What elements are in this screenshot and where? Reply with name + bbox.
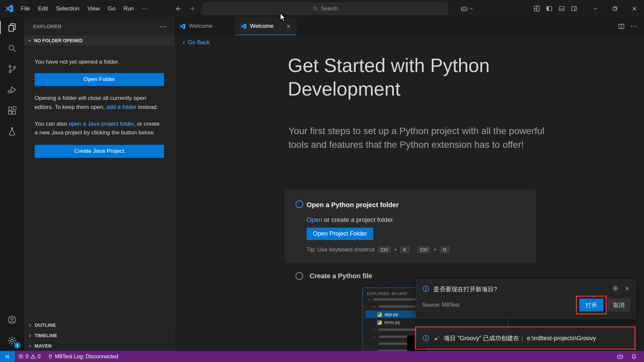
remote-indicator[interactable] (0, 351, 15, 362)
notification-open-project: 是否要现在打开新项目? Source: M8Test 打开 取消 (416, 280, 636, 319)
customize-layout-button[interactable] (531, 3, 543, 14)
editor-more-icon[interactable]: ⋯ (630, 22, 637, 30)
notification-source: Source: M8Test (422, 302, 579, 308)
sidebar-more-icon[interactable]: ⋯ (160, 22, 167, 31)
activity-search[interactable] (0, 38, 24, 59)
keyboard-tip: Tip: Use keyboard shortcut Ctrl+K Ctrl+O (307, 246, 449, 253)
vscode-tab-icon (179, 23, 185, 29)
menu-go[interactable]: Go (104, 0, 119, 17)
menu-run[interactable]: Run (119, 0, 138, 17)
open-java-project-link[interactable]: open a Java project folder (68, 121, 134, 127)
nav-back-button[interactable] (173, 3, 184, 14)
toggle-panel-button[interactable] (555, 3, 568, 14)
illustration-header-label: EXPLORER: MY-APP (367, 292, 407, 296)
sidebar-header: EXPLORER ⋯ (24, 17, 174, 36)
notification-message: 是否要现在打开新项目? (433, 285, 608, 293)
search-placeholder: Search (321, 6, 338, 12)
step1-title: Open a Python project folder (307, 201, 398, 209)
copilot-status-button[interactable] (613, 351, 627, 362)
go-back-link[interactable]: Go Back (181, 39, 210, 46)
warning-count: 0 (38, 354, 41, 360)
restore-button[interactable] (605, 0, 625, 17)
command-center-search[interactable]: Search (202, 3, 448, 14)
activity-extensions[interactable] (0, 100, 24, 121)
tab-label: Welcome (189, 23, 213, 29)
m8test-log-status[interactable]: M8Test Log: Disconnected (44, 351, 122, 362)
source-control-icon (7, 64, 17, 74)
step1-description: Open or create a project folder. (307, 216, 394, 224)
copilot-menu-button[interactable] (460, 3, 474, 14)
sidebar-title: EXPLORER (33, 23, 61, 29)
no-folder-text: You have not yet opened a folder. (35, 58, 164, 67)
menu-view[interactable]: View (84, 0, 104, 17)
section-label: NO FOLDER OPENED (34, 38, 83, 43)
step2-title: Create a Python file (310, 272, 372, 280)
open-button[interactable]: 打开 (579, 299, 603, 311)
bell-icon (631, 353, 637, 360)
add-folder-link[interactable]: add a folder (106, 104, 137, 110)
step1-radio[interactable] (296, 200, 303, 208)
panel-maven[interactable]: MAVEN (24, 341, 174, 351)
settings-badge: 1 (14, 342, 20, 349)
chevron-down-icon (469, 6, 474, 11)
split-editor-button[interactable] (618, 23, 625, 30)
chevron-right-icon (28, 323, 33, 328)
kbd-k: K (400, 246, 409, 253)
step2-radio[interactable] (296, 272, 303, 280)
run-debug-icon (7, 85, 17, 95)
cancel-button[interactable]: 取消 (608, 299, 630, 311)
step-open-project-card: Open a Python project folder Open or cre… (284, 189, 536, 263)
notification-close-icon[interactable] (624, 285, 630, 291)
party-popper-icon (433, 335, 440, 342)
chevron-right-icon (28, 344, 33, 349)
close-tab-icon[interactable] (286, 24, 291, 29)
tab-welcome-active[interactable]: Welcome (235, 17, 297, 35)
open-folder-button[interactable]: Open Folder (35, 73, 164, 86)
toggle-sidebar-button[interactable] (543, 3, 555, 14)
menu-selection[interactable]: Selection (52, 0, 84, 17)
activity-testing[interactable] (0, 121, 24, 142)
menu-edit[interactable]: Edit (34, 0, 52, 17)
notifications-bell-button[interactable] (627, 351, 641, 362)
go-back-label: Go Back (188, 39, 210, 46)
notification-gear-icon[interactable] (612, 285, 619, 292)
beaker-icon (7, 126, 17, 136)
file-label: app.py (384, 312, 398, 317)
illustration-file-tests-py: tests.py (367, 318, 504, 326)
nav-forward-button[interactable] (186, 3, 197, 14)
menu-file[interactable]: File (17, 0, 34, 17)
chevron-right-icon (28, 333, 33, 338)
section-no-folder-opened[interactable]: NO FOLDER OPENED (24, 36, 174, 46)
sidebar-content: You have not yet opened a folder. Open F… (24, 46, 174, 320)
open-project-folder-button[interactable]: Open Project Folder (307, 228, 373, 240)
plus-sign: + (433, 246, 437, 253)
info-icon (422, 285, 430, 293)
error-count: 0 (25, 354, 29, 360)
paragraph-text: instead. (137, 104, 158, 110)
close-window-button[interactable] (625, 0, 644, 17)
copilot-icon (616, 353, 624, 360)
titlebar: File Edit Selection View Go Run ⋯ Search (0, 0, 644, 17)
activity-account[interactable] (0, 309, 24, 330)
toggle-secondary-sidebar-button[interactable] (568, 3, 580, 14)
explorer-sidebar: EXPLORER ⋯ NO FOLDER OPENED You have not… (24, 17, 174, 351)
panel-timeline[interactable]: TIMELINE (24, 330, 174, 341)
tab-welcome-inactive[interactable]: Welcome (174, 17, 235, 35)
activity-run-debug[interactable] (0, 79, 24, 100)
copilot-icon (460, 5, 468, 13)
notification-project-created: 项目 "Groovy" 已成功创建在： e:\m8test-projects\G… (416, 328, 634, 348)
activity-explorer[interactable] (0, 17, 24, 38)
create-java-project-button[interactable]: Create Java Project (35, 145, 164, 158)
remote-icon (4, 354, 10, 360)
title-line: Get Started with Python (288, 54, 490, 77)
open-link[interactable]: Open (307, 216, 322, 223)
activity-source-control[interactable] (0, 59, 24, 79)
step-create-python-file[interactable]: Create a Python file (296, 272, 372, 280)
sidebar-bottom-panels: OUTLINE TIMELINE MAVEN (24, 320, 174, 351)
step1-description-text: or create a project folder. (322, 216, 394, 223)
panel-outline[interactable]: OUTLINE (24, 320, 174, 330)
activity-settings[interactable]: 1 (0, 330, 24, 351)
problems-status[interactable]: 0 0 (15, 351, 44, 362)
minimize-button[interactable] (586, 0, 605, 17)
menu-more-icon[interactable]: ⋯ (138, 0, 152, 17)
